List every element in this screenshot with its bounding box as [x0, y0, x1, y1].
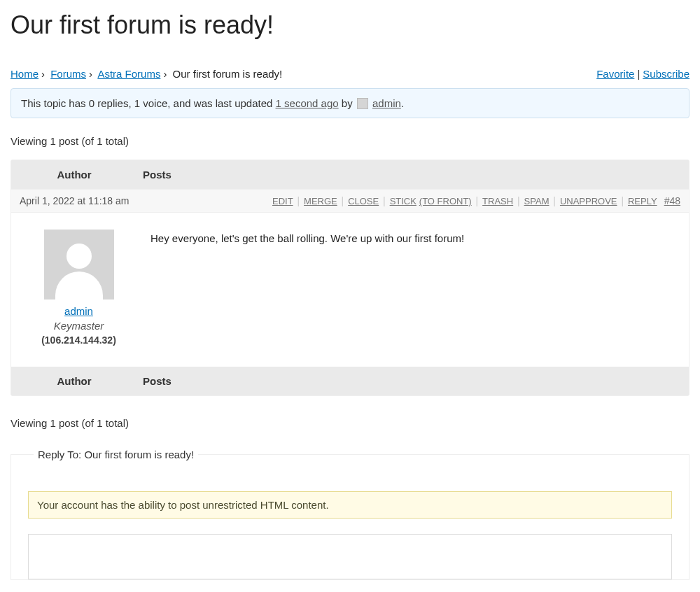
author-block: admin Keymaster (106.214.144.32) [21, 230, 136, 346]
posts-header: Author Posts [11, 160, 689, 189]
header-posts: Posts [137, 169, 689, 181]
reply-legend: Reply To: Our first forum is ready! [34, 449, 198, 460]
close-link[interactable]: CLOSE [348, 196, 379, 206]
breadcrumb: Home› Forums› Astra Forums› Our first fo… [10, 68, 282, 80]
trash-link[interactable]: TRASH [482, 196, 513, 206]
favorite-link[interactable]: Favorite [596, 68, 634, 80]
subscribe-link[interactable]: Subscribe [643, 68, 690, 80]
admin-links: EDIT | MERGE | CLOSE | STICK (TO FRONT) … [272, 195, 657, 206]
avatar-icon [357, 98, 368, 109]
author-role: Keymaster [21, 320, 136, 332]
breadcrumb-astra[interactable]: Astra Forums [97, 68, 160, 80]
avatar-icon [44, 230, 114, 299]
post-date: April 1, 2022 at 11:18 am [20, 195, 129, 206]
page-title: Our first forum is ready! [10, 10, 690, 40]
reply-link[interactable]: REPLY [628, 196, 657, 206]
notice-prefix: This topic has 0 replies, 1 voice, and w… [21, 97, 276, 109]
viewing-count-top: Viewing 1 post (of 1 total) [10, 135, 690, 147]
stick-link[interactable]: STICK [390, 196, 416, 206]
stick-to-front-link[interactable]: (TO FRONT) [419, 196, 472, 206]
unapprove-link[interactable]: UNAPPROVE [560, 196, 617, 206]
reply-form: Reply To: Our first forum is ready! Your… [10, 449, 690, 580]
merge-link[interactable]: MERGE [304, 196, 337, 206]
breadcrumb-home[interactable]: Home [10, 68, 38, 80]
post-number-link[interactable]: #48 [664, 195, 680, 206]
breadcrumb-current: Our first forum is ready! [173, 68, 283, 80]
post-body: admin Keymaster (106.214.144.32) Hey eve… [11, 213, 689, 367]
topic-notice: This topic has 0 replies, 1 voice, and w… [10, 88, 690, 118]
topic-actions: Favorite|Subscribe [596, 68, 690, 80]
spam-link[interactable]: SPAM [524, 196, 550, 206]
footer-author: Author [11, 375, 137, 387]
posts-footer: Author Posts [11, 367, 689, 395]
breadcrumb-forums[interactable]: Forums [50, 68, 86, 80]
header-author: Author [11, 169, 137, 181]
posts-frame: Author Posts April 1, 2022 at 11:18 am E… [10, 160, 690, 396]
footer-posts: Posts [137, 375, 689, 387]
viewing-count-bottom: Viewing 1 post (of 1 total) [10, 417, 690, 429]
author-name-link[interactable]: admin [64, 305, 93, 317]
reply-editor[interactable] [28, 534, 672, 579]
notice-user-link[interactable]: admin [372, 97, 401, 109]
top-row: Home› Forums› Astra Forums› Our first fo… [10, 68, 690, 80]
author-ip: (106.214.144.32) [21, 334, 136, 346]
notice-timeago-link[interactable]: 1 second ago [276, 97, 339, 109]
post-meta-row: April 1, 2022 at 11:18 am EDIT | MERGE |… [11, 189, 689, 213]
notice-by: by [339, 97, 356, 109]
edit-link[interactable]: EDIT [272, 196, 293, 206]
post-content: Hey everyone, let's get the ball rolling… [136, 230, 679, 346]
notice-suffix: . [401, 97, 404, 109]
html-notice: Your account has the ability to post unr… [28, 491, 672, 519]
